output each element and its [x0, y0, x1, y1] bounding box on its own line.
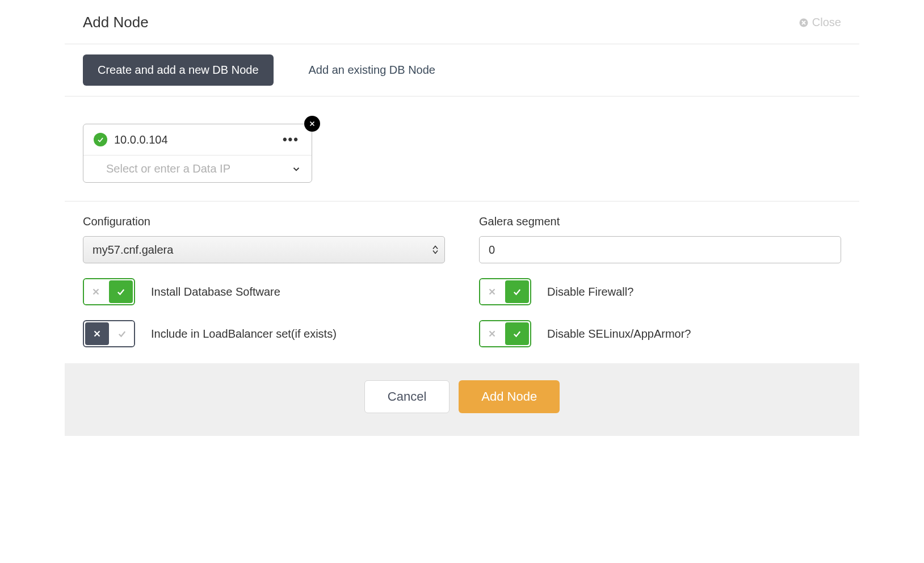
toggle-disable-fw-label: Disable Firewall? — [547, 285, 633, 299]
toggle-include-lb-label: Include in LoadBalancer set(if exists) — [151, 327, 337, 341]
toggle-disable-selinux-row: Disable SELinux/AppArmor? — [479, 320, 841, 347]
modal-title: Add Node — [83, 14, 149, 31]
check-circle-icon — [94, 133, 107, 146]
x-icon — [91, 287, 101, 297]
node-ip-row: 10.0.0.104 ••• — [83, 124, 312, 156]
node-card-inner: 10.0.0.104 ••• — [83, 124, 312, 183]
toggle-disable-selinux[interactable] — [479, 320, 531, 347]
toggle-include-lb[interactable] — [83, 320, 135, 347]
toggle-include-lb-row: Include in LoadBalancer set(if exists) — [83, 320, 445, 347]
toggle-on-side — [505, 280, 529, 303]
config-right-column: Galera segment Disable Firewall? Disable… — [479, 215, 841, 347]
node-ip-value: 10.0.0.104 — [114, 133, 274, 146]
x-icon — [487, 329, 497, 339]
toggle-install-db-row: Install Database Software — [83, 278, 445, 305]
close-button[interactable]: Close — [799, 16, 841, 29]
galera-segment-label: Galera segment — [479, 215, 841, 228]
node-section: 10.0.0.104 ••• — [65, 96, 859, 201]
data-ip-input[interactable] — [106, 162, 285, 175]
tab-create-new-db-node[interactable]: Create and add a new DB Node — [83, 54, 274, 86]
toggle-disable-fw-row: Disable Firewall? — [479, 278, 841, 305]
check-icon — [512, 329, 522, 339]
toggle-off-side — [85, 322, 109, 345]
toggle-install-db[interactable] — [83, 278, 135, 305]
node-card: 10.0.0.104 ••• — [83, 124, 312, 183]
tab-add-existing-db-node[interactable]: Add an existing DB Node — [294, 54, 450, 86]
configuration-select[interactable]: my57.cnf.galera — [83, 236, 445, 263]
toggle-install-db-label: Install Database Software — [151, 285, 280, 299]
remove-node-button[interactable] — [304, 116, 320, 132]
toggle-on-side — [109, 280, 133, 303]
more-options-button[interactable]: ••• — [280, 132, 301, 147]
modal-footer: Cancel Add Node — [65, 363, 859, 436]
toggle-disable-firewall[interactable] — [479, 278, 531, 305]
check-icon — [117, 329, 127, 339]
add-node-button[interactable]: Add Node — [459, 380, 560, 413]
config-left-column: Configuration my57.cnf.galera Install Da… — [83, 215, 445, 347]
toggle-off-side — [84, 279, 108, 304]
x-icon — [308, 120, 316, 128]
modal-header: Add Node Close — [65, 0, 859, 44]
x-icon — [92, 329, 102, 339]
tabs-row: Create and add a new DB Node Add an exis… — [65, 44, 859, 96]
toggle-on-side — [110, 321, 134, 346]
toggle-on-side — [505, 322, 529, 345]
toggle-disable-selinux-label: Disable SELinux/AppArmor? — [547, 327, 691, 341]
toggle-off-side — [480, 279, 504, 304]
configuration-select-wrap: my57.cnf.galera — [83, 236, 445, 263]
data-ip-row — [83, 156, 312, 182]
toggle-off-side — [480, 321, 504, 346]
check-icon — [116, 287, 126, 297]
config-section: Configuration my57.cnf.galera Install Da… — [65, 201, 859, 363]
close-label: Close — [812, 16, 841, 29]
cancel-button[interactable]: Cancel — [364, 380, 450, 413]
add-node-modal: Add Node Close Create and add a new DB N… — [65, 0, 859, 436]
chevron-down-icon[interactable] — [291, 164, 301, 174]
check-icon — [512, 287, 522, 297]
galera-segment-input[interactable] — [479, 236, 841, 263]
configuration-label: Configuration — [83, 215, 445, 228]
close-circle-icon — [799, 18, 809, 28]
x-icon — [487, 287, 497, 297]
